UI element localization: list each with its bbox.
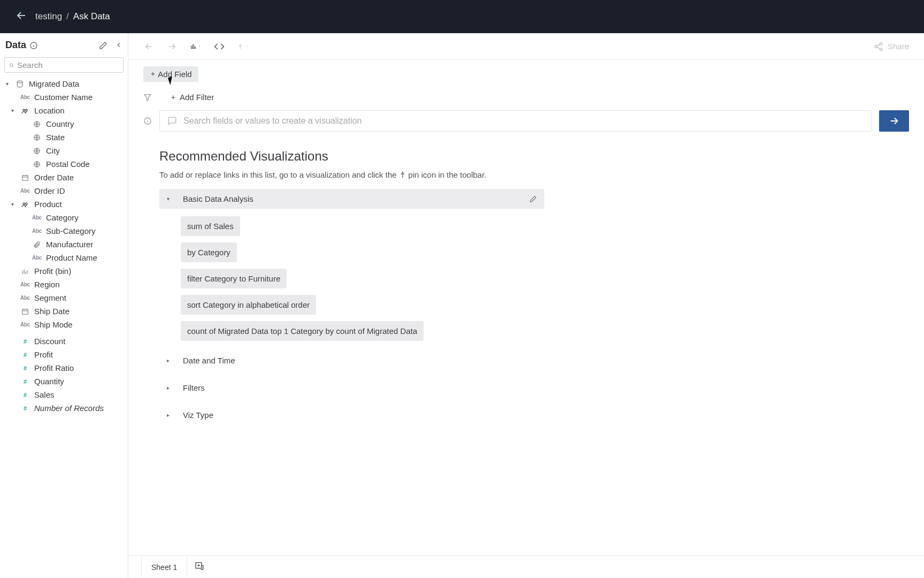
acc-section-label: Basic Data Analysis: [183, 194, 253, 203]
plus-icon: [150, 71, 156, 77]
field-item[interactable]: ▾Location: [0, 104, 128, 117]
data-panel-title: Data: [5, 40, 26, 51]
svg-rect-9: [22, 175, 28, 180]
new-sheet-button[interactable]: [195, 561, 204, 573]
acc-section-date[interactable]: ▸ Date and Time: [159, 351, 893, 370]
data-panel-header: Data: [0, 33, 128, 55]
svg-point-4: [26, 109, 28, 111]
svg-point-17: [875, 45, 877, 48]
svg-point-16: [880, 42, 882, 45]
datasource-root[interactable]: ▾Migrated Data: [0, 77, 128, 90]
arrow-right-icon: [888, 115, 900, 127]
ask-data-field[interactable]: [183, 116, 864, 126]
field-item[interactable]: AbcSub-Category: [0, 224, 128, 238]
svg-point-10: [23, 203, 25, 205]
field-item[interactable]: AbcShip Mode: [0, 318, 128, 331]
field-item[interactable]: Country: [0, 117, 128, 131]
add-filter-label: Add Filter: [180, 93, 214, 102]
svg-point-3: [23, 109, 25, 111]
ask-data-input[interactable]: [159, 110, 872, 132]
chevron-right-icon: ▸: [167, 358, 173, 363]
svg-point-2: [17, 81, 22, 83]
chevron-right-icon: ▸: [167, 385, 173, 391]
code-icon[interactable]: [214, 41, 225, 52]
suggestion-pill[interactable]: count of Migrated Data top 1 Category by…: [181, 321, 424, 341]
field-item[interactable]: AbcOrder ID: [0, 184, 128, 197]
share-button: Share: [874, 42, 909, 51]
chevron-down-icon: ▾: [167, 196, 173, 202]
acc-section-filters[interactable]: ▸ Filters: [159, 378, 893, 398]
field-item[interactable]: Postal Code: [0, 157, 128, 171]
pin-dropdown: [237, 41, 248, 52]
field-item[interactable]: #Number of Records: [0, 401, 128, 415]
data-panel: Data ▾Migrated DataAbcCustomer Name▾Loca…: [0, 33, 128, 578]
field-item[interactable]: #Profit: [0, 348, 128, 361]
chevron-right-icon: ▸: [167, 412, 173, 418]
viz-type-dropdown[interactable]: [190, 41, 201, 52]
acc-section-viztype[interactable]: ▸ Viz Type: [159, 405, 893, 425]
breadcrumb-project[interactable]: testing: [35, 11, 62, 22]
sheet-tab[interactable]: Sheet 1: [141, 558, 187, 577]
svg-point-11: [26, 203, 28, 205]
field-item[interactable]: Manufacturer: [0, 238, 128, 251]
pin-icon: [399, 171, 406, 179]
collapse-panel-icon[interactable]: [115, 41, 122, 49]
acc-section-label: Date and Time: [183, 356, 235, 365]
acc-section-label: Filters: [183, 383, 205, 392]
field-item[interactable]: AbcRegion: [0, 278, 128, 291]
acc-section-basic[interactable]: ▾ Basic Data Analysis: [159, 189, 544, 209]
field-item[interactable]: #Discount: [0, 334, 128, 348]
chevron-down-icon: [198, 44, 201, 49]
add-field-label: Add Field: [158, 70, 191, 79]
add-filter-button[interactable]: Add Filter: [164, 89, 220, 105]
field-item[interactable]: #Quantity: [0, 375, 128, 388]
field-item[interactable]: AbcCategory: [0, 211, 128, 224]
filter-icon: [143, 93, 152, 102]
suggestion-pill[interactable]: by Category: [181, 242, 237, 262]
main-toolbar: Share: [128, 33, 924, 60]
edit-icon[interactable]: [99, 41, 107, 50]
field-item[interactable]: Profit (bin): [0, 264, 128, 278]
field-item[interactable]: ▾Product: [0, 197, 128, 211]
plus-icon: [170, 94, 176, 101]
search-icon: [9, 62, 14, 69]
back-arrow-icon[interactable]: [15, 9, 28, 24]
search-field[interactable]: [17, 60, 119, 70]
field-item[interactable]: AbcCustomer Name: [0, 90, 128, 104]
acc-section-label: Viz Type: [183, 410, 213, 420]
info-icon[interactable]: [29, 41, 38, 50]
suggestion-pill[interactable]: filter Category to Furniture: [181, 269, 287, 288]
search-input[interactable]: [4, 57, 124, 73]
breadcrumb-current: Ask Data: [73, 11, 110, 22]
suggestion-pill[interactable]: sort Category in alphabetical order: [181, 295, 316, 315]
suggestion-pill[interactable]: sum of Sales: [181, 216, 240, 236]
svg-rect-13: [191, 46, 192, 49]
info-icon[interactable]: [143, 117, 152, 125]
breadcrumb-separator: /: [66, 11, 69, 22]
undo-icon: [143, 41, 154, 52]
svg-rect-15: [195, 47, 196, 48]
field-item[interactable]: Ship Date: [0, 305, 128, 318]
submit-button[interactable]: [879, 110, 909, 132]
svg-point-18: [880, 48, 882, 51]
field-item[interactable]: #Sales: [0, 388, 128, 401]
chat-icon: [167, 116, 177, 126]
share-icon: [874, 42, 883, 51]
recommended-title: Recommended Visualizations: [159, 149, 893, 164]
add-field-button[interactable]: Add Field: [143, 66, 198, 82]
main-area: Share Add Field Add Filter: [128, 33, 924, 578]
svg-rect-12: [22, 309, 28, 314]
field-item[interactable]: #Profit Ratio: [0, 361, 128, 375]
field-item[interactable]: AbcProduct Name: [0, 251, 128, 264]
svg-rect-14: [193, 44, 194, 48]
field-item[interactable]: AbcSegment: [0, 291, 128, 305]
top-bar: testing / Ask Data: [0, 0, 924, 33]
breadcrumb: testing / Ask Data: [35, 11, 110, 22]
redo-icon: [167, 41, 178, 52]
sheet-tabs: Sheet 1: [128, 556, 924, 578]
edit-icon[interactable]: [529, 195, 537, 203]
field-item[interactable]: State: [0, 131, 128, 144]
field-item[interactable]: Order Date: [0, 171, 128, 184]
field-item[interactable]: City: [0, 144, 128, 157]
share-label: Share: [888, 42, 909, 51]
